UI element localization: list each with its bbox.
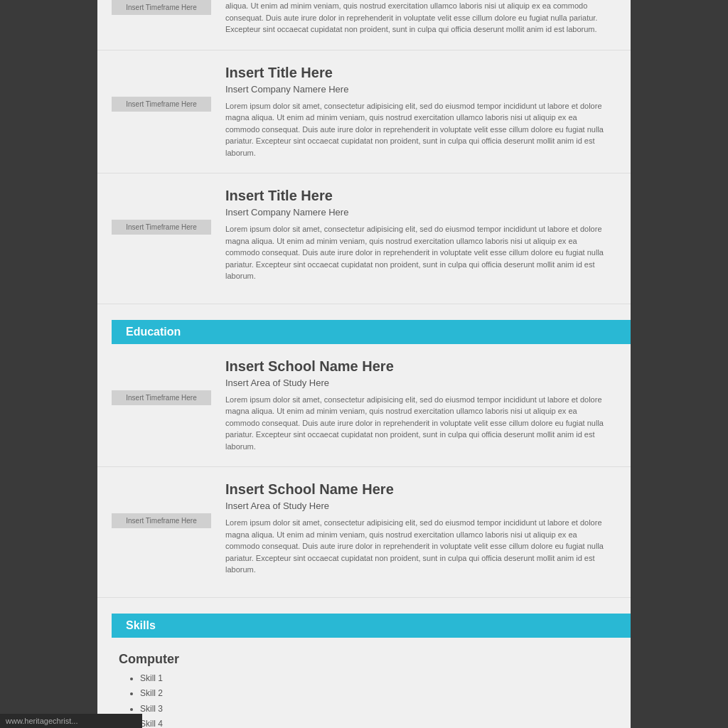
edu-entry-2-school: Insert School Name Here	[225, 481, 609, 498]
work-entry-body-partial: aliqua. Ut enim ad minim veniam, quis no…	[225, 0, 609, 36]
timeframe-button-work-1[interactable]: Insert Timeframe Here	[112, 97, 211, 112]
skill-item-1: Skill 1	[140, 671, 609, 687]
footer-url: www.heritagechrist...	[0, 714, 142, 728]
skills-section-label: Skills	[112, 614, 631, 638]
education-section-label: Education	[112, 320, 631, 344]
work-entry-1: Insert Timeframe Here Insert Title Here …	[97, 50, 631, 174]
work-entry-1-company: Insert Company Namere Here	[225, 84, 609, 95]
skills-list: Skill 1 Skill 2 Skill 3 Skill 4 Skill 5	[119, 671, 609, 729]
edu-entry-1-school: Insert School Name Here	[225, 358, 609, 375]
skill-item-4: Skill 4	[140, 717, 609, 728]
skills-content: Computer Skill 1 Skill 2 Skill 3 Skill 4…	[97, 638, 631, 729]
timeframe-button-edu-1[interactable]: Insert Timeframe Here	[112, 390, 211, 405]
edu-entry-1-body: Lorem ipsum dolor sit amet, consectetur …	[225, 394, 609, 453]
edu-entry-2-area: Insert Area of Study Here	[225, 500, 609, 511]
edu-entry-1-area: Insert Area of Study Here	[225, 378, 609, 388]
timeframe-button-edu-2[interactable]: Insert Timeframe Here	[112, 513, 211, 528]
skill-item-2: Skill 2	[140, 686, 609, 702]
work-entry-2-body: Lorem ipsum dolor sit amet, consectetur …	[225, 223, 609, 282]
skills-category-title: Computer	[119, 652, 609, 667]
education-entry-1: Insert Timeframe Here Insert School Name…	[97, 344, 631, 468]
education-entry-2: Insert Timeframe Here Insert School Name…	[97, 467, 631, 590]
timeframe-button-work-2[interactable]: Insert Timeframe Here	[112, 220, 211, 235]
work-entry-1-title: Insert Title Here	[225, 65, 609, 81]
edu-entry-2-body: Lorem ipsum dolor sit amet, consectetur …	[225, 517, 609, 576]
work-entry-2-title: Insert Title Here	[225, 188, 609, 204]
work-entry-1-body: Lorem ipsum dolor sit amet, consectetur …	[225, 100, 609, 159]
skill-item-3: Skill 3	[140, 702, 609, 717]
work-entry-2: Insert Timeframe Here Insert Title Here …	[97, 173, 631, 296]
work-entry-2-company: Insert Company Namere Here	[225, 207, 609, 218]
timeframe-button-work-0[interactable]: Insert Timeframe Here	[112, 0, 211, 15]
